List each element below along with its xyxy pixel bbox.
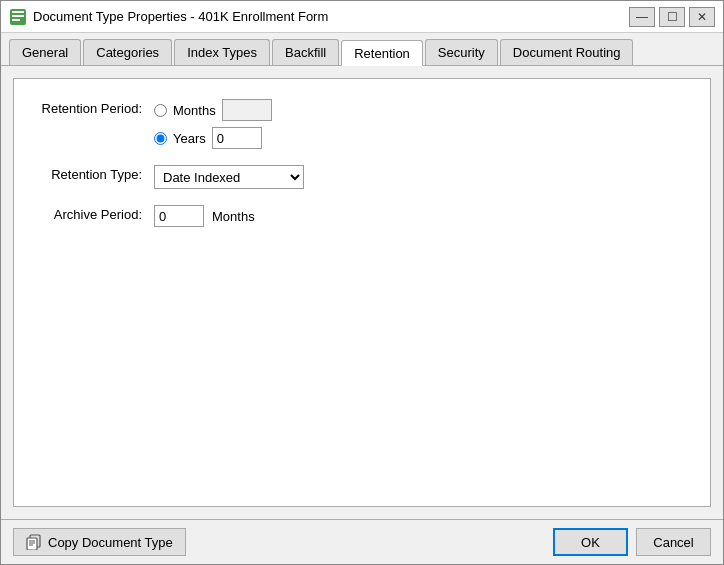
retention-period-group: Months Years (154, 99, 272, 149)
retention-type-row: Retention Type: Date IndexedDate Created… (34, 165, 690, 189)
tab-retention[interactable]: Retention (341, 40, 423, 66)
tab-categories[interactable]: Categories (83, 39, 172, 65)
title-bar: Document Type Properties - 401K Enrollme… (1, 1, 723, 33)
tab-security[interactable]: Security (425, 39, 498, 65)
months-radio[interactable] (154, 104, 167, 117)
retention-period-row: Retention Period: Months Years (34, 99, 690, 149)
maximize-button[interactable]: ☐ (659, 7, 685, 27)
svg-rect-5 (27, 538, 37, 550)
tab-general[interactable]: General (9, 39, 81, 65)
window-controls: — ☐ ✕ (629, 7, 715, 27)
archive-period-label: Archive Period: (34, 205, 154, 222)
ok-button[interactable]: OK (553, 528, 628, 556)
years-radio[interactable] (154, 132, 167, 145)
bottom-right-buttons: OK Cancel (553, 528, 711, 556)
years-radio-label: Years (173, 131, 206, 146)
archive-row: Months (154, 205, 255, 227)
svg-rect-1 (12, 15, 24, 17)
app-icon (9, 8, 27, 26)
copy-button-label: Copy Document Type (48, 535, 173, 550)
bottom-bar: Copy Document Type OK Cancel (1, 519, 723, 564)
svg-rect-2 (12, 19, 20, 21)
months-radio-label: Months (173, 103, 216, 118)
tab-backfill[interactable]: Backfill (272, 39, 339, 65)
close-button[interactable]: ✕ (689, 7, 715, 27)
retention-type-label: Retention Type: (34, 165, 154, 182)
tab-document-routing[interactable]: Document Routing (500, 39, 634, 65)
months-input[interactable] (222, 99, 272, 121)
years-radio-row: Years (154, 127, 272, 149)
retention-type-select[interactable]: Date IndexedDate CreatedDate Modified (154, 165, 304, 189)
window-title: Document Type Properties - 401K Enrollme… (33, 9, 629, 24)
cancel-button[interactable]: Cancel (636, 528, 711, 556)
months-radio-row: Months (154, 99, 272, 121)
content-area: Retention Period: Months Years (1, 66, 723, 519)
form-section: Retention Period: Months Years (34, 99, 690, 227)
tab-bar: General Categories Index Types Backfill … (1, 33, 723, 66)
archive-period-input[interactable] (154, 205, 204, 227)
archive-months-label: Months (212, 209, 255, 224)
svg-rect-3 (12, 11, 24, 13)
minimize-button[interactable]: — (629, 7, 655, 27)
copy-icon (26, 534, 42, 550)
archive-period-row: Archive Period: Months (34, 205, 690, 227)
tab-index-types[interactable]: Index Types (174, 39, 270, 65)
retention-period-label: Retention Period: (34, 99, 154, 116)
retention-panel: Retention Period: Months Years (13, 78, 711, 507)
years-input[interactable] (212, 127, 262, 149)
main-window: Document Type Properties - 401K Enrollme… (0, 0, 724, 565)
copy-document-type-button[interactable]: Copy Document Type (13, 528, 186, 556)
